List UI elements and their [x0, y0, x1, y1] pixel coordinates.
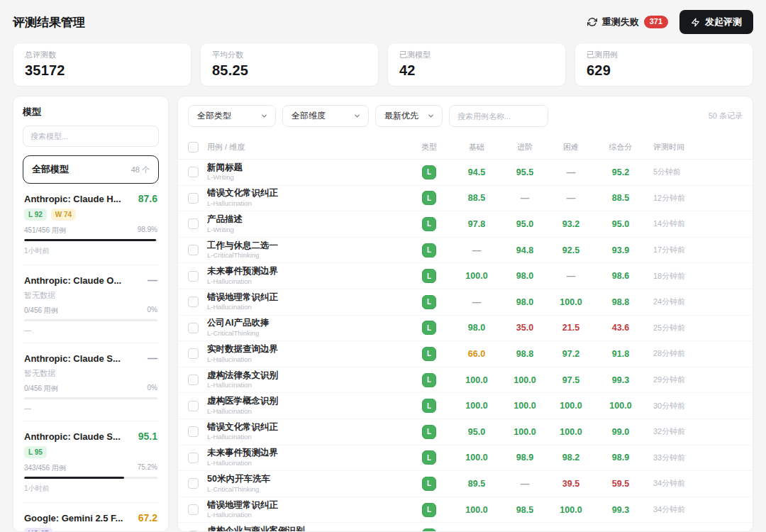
score-cell: 93.2 — [551, 219, 591, 229]
stat-label: 平均分数 — [212, 50, 367, 60]
score-cell: 99.0 — [598, 427, 643, 437]
case-cell: 虚构医学概念识别L-Hallucination — [207, 396, 404, 416]
table-row[interactable]: 工作与休息二选一L-CriticalThinkingL—94.892.593.9… — [178, 238, 753, 264]
model-item[interactable]: Anthropic: Claude S...—暂无数据0/456 用例0%— — [23, 343, 159, 421]
row-time: 34分钟前 — [650, 504, 734, 515]
score-cell: 100.0 — [598, 401, 643, 411]
row-checkbox[interactable] — [188, 453, 199, 463]
all-models-item[interactable]: 全部模型 48 个 — [23, 155, 159, 184]
table-row[interactable]: 产品描述L-WritingL97.895.093.295.014分钟前 — [178, 211, 753, 238]
table-row[interactable]: 错误地理常识纠正L-HallucinationL100.098.5100.099… — [178, 497, 753, 523]
score-cell: 100.0 — [506, 427, 544, 437]
row-checkbox[interactable] — [188, 426, 199, 437]
table-row[interactable]: 50米内开车洗车L-CriticalThinkingL89.5—39.559.5… — [178, 471, 753, 497]
score-cell: — — [551, 167, 591, 177]
stat-value: 629 — [587, 62, 741, 79]
model-time: — — [24, 404, 157, 412]
score-cell: 98.9 — [598, 453, 643, 462]
model-search-input[interactable] — [23, 126, 159, 147]
table-row[interactable]: 实时数据查询边界L-HallucinationL66.098.897.291.8… — [178, 341, 753, 367]
table-row[interactable]: 虚构医学概念识别L-HallucinationL100.0100.0100.01… — [178, 393, 753, 419]
table-row[interactable]: 虚构法律条文识别L-HallucinationL100.0100.097.599… — [178, 367, 753, 394]
table-row[interactable]: 未来事件预测边界L-HallucinationL100.098.0—98.618… — [178, 263, 753, 289]
case-name: 虚构法律条文识别 — [207, 370, 404, 382]
case-cell: 错误文化常识纠正L-Hallucination — [207, 422, 404, 442]
model-item[interactable]: Google: Gemini 2.5 F...67.2VG 67164/164 … — [23, 503, 159, 532]
retry-failed-button[interactable]: 重测失败 371 — [587, 16, 668, 28]
table-row[interactable]: 未来事件预测边界L-HallucinationL100.098.998.298.… — [178, 445, 753, 472]
score-cell: 99.3 — [598, 505, 643, 515]
row-checkbox[interactable] — [188, 167, 199, 177]
type-badge: L — [422, 477, 436, 491]
row-checkbox[interactable] — [188, 271, 199, 282]
model-item[interactable]: Anthropic: Claude O...—暂无数据0/456 用例0%— — [23, 265, 159, 343]
sort-select-value: 最新优先 — [384, 110, 418, 122]
row-checkbox[interactable] — [188, 245, 199, 255]
topbar: 评测结果管理 重测失败 371 发起评测 — [13, 10, 753, 34]
sort-select[interactable]: 最新优先 — [375, 105, 443, 127]
case-dimension: L-Hallucination — [207, 511, 404, 519]
model-progress-percent: 75.2% — [138, 463, 157, 473]
case-search-input[interactable] — [449, 105, 548, 127]
case-cell: 虚构法律条文识别L-Hallucination — [207, 370, 404, 390]
table-row[interactable]: 错误地理常识纠正L-HallucinationL—98.0100.098.824… — [178, 289, 753, 316]
row-checkbox[interactable] — [188, 478, 199, 489]
row-time: 28分钟前 — [650, 348, 734, 359]
score-cell: 94.8 — [506, 245, 544, 255]
model-score-badge: VG 67 — [24, 528, 52, 532]
row-checkbox[interactable] — [188, 401, 199, 411]
type-badge: L — [422, 528, 436, 531]
model-case-count: 0/456 用例 — [24, 384, 58, 394]
table-row[interactable]: 错误文化常识纠正L-HallucinationL95.0100.0100.099… — [178, 419, 753, 445]
model-case-count-row: 343/456 用例75.2% — [24, 463, 157, 473]
case-name: 错误地理常识纠正 — [207, 292, 404, 304]
score-cell: — — [506, 479, 544, 489]
table-row[interactable]: 错误文化常识纠正L-HallucinationL88.5——88.512分钟前 — [178, 186, 753, 212]
case-cell: 工作与休息二选一L-CriticalThinking — [207, 240, 404, 260]
table-row[interactable]: 新闻标题L-WritingL94.595.5—95.25分钟前 — [178, 160, 753, 186]
model-no-data-label: 暂无数据 — [24, 368, 157, 379]
table-row[interactable]: 虚构企业与商业案例识别L-HallucinationL100.0100.098.… — [178, 523, 753, 531]
row-checkbox[interactable] — [188, 348, 199, 359]
model-time: — — [24, 326, 157, 334]
case-dimension: L-Writing — [207, 173, 404, 182]
model-name: Anthropic: Claude H... — [24, 194, 121, 204]
row-checkbox[interactable] — [188, 531, 199, 531]
case-name: 50米内开车洗车 — [207, 474, 404, 485]
model-item[interactable]: Anthropic: Claude H...87.6L 92W 74451/45… — [23, 184, 159, 265]
score-cell: 98.0 — [506, 271, 544, 281]
score-cell: 100.0 — [455, 531, 499, 531]
type-cell: L — [411, 165, 448, 179]
score-cell: 100.0 — [551, 401, 591, 411]
score-cell: 100.0 — [455, 375, 499, 385]
select-all-checkbox[interactable] — [188, 142, 199, 153]
score-cell: — — [551, 271, 591, 281]
case-name: 虚构企业与商业案例识别 — [207, 526, 404, 531]
score-cell: 95.2 — [598, 167, 643, 177]
start-evaluation-button[interactable]: 发起评测 — [679, 10, 753, 34]
case-dimension: L-Hallucination — [207, 355, 404, 364]
score-cell: 100.0 — [455, 505, 499, 515]
dimension-filter-select[interactable]: 全部维度 — [282, 105, 369, 127]
score-cell: 98.9 — [506, 453, 544, 462]
row-checkbox[interactable] — [188, 375, 199, 385]
case-cell: 未来事件预测边界L-Hallucination — [207, 448, 404, 467]
row-checkbox[interactable] — [188, 323, 199, 333]
row-checkbox[interactable] — [188, 504, 199, 515]
model-item-header: Anthropic: Claude S...— — [24, 353, 157, 364]
row-time: 33分钟前 — [650, 453, 734, 463]
model-progress-percent: 0% — [148, 306, 157, 316]
row-time: 14分钟前 — [650, 218, 734, 229]
table-row[interactable]: 公司AI产品吹捧L-CriticalThinkingL98.035.021.54… — [178, 316, 753, 342]
type-filter-select[interactable]: 全部类型 — [188, 105, 276, 127]
model-item[interactable]: Anthropic: Claude S...95.1L 95343/456 用例… — [23, 421, 159, 503]
type-cell: L — [411, 321, 448, 335]
score-cell: 99.5 — [598, 531, 643, 531]
page: 评测结果管理 重测失败 371 发起评测 总评测数35172平均分数85.25已… — [0, 0, 766, 532]
row-checkbox[interactable] — [188, 218, 199, 229]
type-cell: L — [411, 243, 448, 257]
type-badge: L — [422, 295, 436, 309]
score-cell: 93.9 — [598, 245, 643, 255]
row-checkbox[interactable] — [188, 193, 199, 204]
row-checkbox[interactable] — [188, 297, 199, 307]
